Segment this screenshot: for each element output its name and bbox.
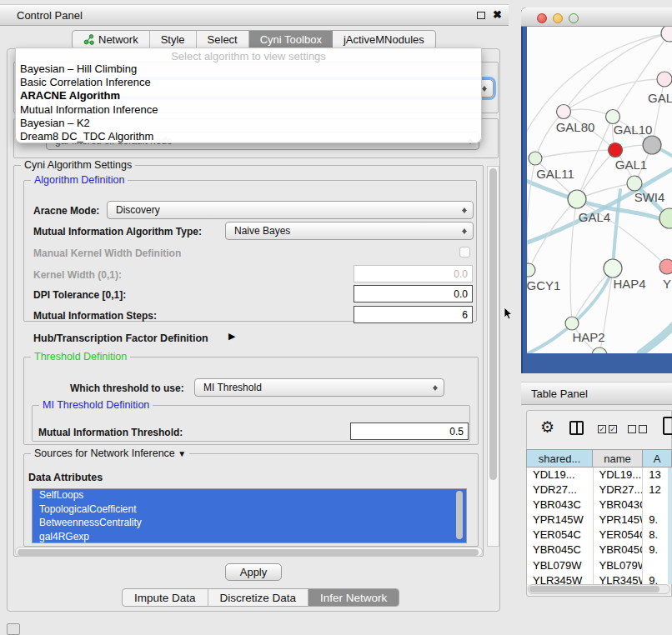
table-cell: YLR345W bbox=[527, 573, 594, 584]
settings-horizontal-scrollbar[interactable] bbox=[15, 547, 483, 557]
collapse-arrow-down-icon[interactable]: ▼ bbox=[178, 449, 186, 458]
table-cell: YPR145W bbox=[594, 512, 644, 528]
zoom-traffic-light[interactable] bbox=[569, 13, 579, 23]
checked-checkbox-icon[interactable]: ✓ bbox=[598, 425, 606, 433]
tab-style[interactable]: Style bbox=[150, 31, 197, 48]
unchecked-checkbox-icon[interactable] bbox=[628, 425, 636, 433]
network-window-titlebar[interactable] bbox=[521, 8, 672, 27]
hub-section-label[interactable]: Hub/Transcription Factor Definition bbox=[33, 332, 208, 344]
table-cell: YPR145W bbox=[527, 512, 594, 528]
close-panel-icon[interactable]: ✖ bbox=[493, 8, 502, 21]
network-node[interactable] bbox=[661, 27, 672, 42]
float-window-icon[interactable] bbox=[477, 12, 485, 19]
dropdown-item[interactable]: ARACNE Algorithm bbox=[16, 89, 481, 102]
network-node-label: GAL10 bbox=[614, 122, 653, 137]
tab-discretize-data[interactable]: Discretize Data bbox=[208, 589, 309, 606]
dropdown-placeholder: Select algorithm to view settings bbox=[16, 48, 481, 62]
mi-threshold-label: Mutual Information Threshold: bbox=[38, 427, 183, 438]
network-node-hap2[interactable] bbox=[565, 317, 579, 330]
mi-type-combobox[interactable]: Naive Bayes bbox=[225, 222, 474, 240]
tab-label: jActiveMNodules bbox=[344, 33, 424, 46]
network-node-y[interactable] bbox=[659, 259, 672, 274]
dropdown-item[interactable]: Dream8 DC_TDC Algorithm bbox=[16, 130, 481, 143]
mi-threshold-field[interactable]: 0.5 bbox=[350, 422, 469, 440]
network-view-window[interactable]: GALGAL80GAL10GAL1GAL11SWI4GAL4GCY1HAP4YH… bbox=[521, 8, 672, 373]
network-node-hap4[interactable] bbox=[604, 259, 622, 278]
network-node-gal80[interactable] bbox=[557, 105, 571, 119]
network-node-gal11[interactable] bbox=[529, 152, 542, 165]
column-header[interactable]: name bbox=[593, 449, 643, 468]
dropdown-item[interactable]: Bayesian – K2 bbox=[16, 117, 481, 130]
tab-select[interactable]: Select bbox=[197, 31, 249, 48]
table-right-column-sliver bbox=[668, 468, 672, 584]
table-cell: YBR043C bbox=[594, 498, 644, 512]
network-node-gal10[interactable] bbox=[606, 110, 620, 124]
apply-button[interactable]: Apply bbox=[225, 563, 282, 581]
table-row[interactable]: YER054CYER054C8. bbox=[527, 528, 672, 542]
attribute-item-selected[interactable]: SelfLoops bbox=[33, 489, 466, 503]
aracne-mode-label: Aracne Mode: bbox=[33, 205, 99, 217]
tab-label: Select bbox=[208, 33, 238, 46]
unchecked-checkbox-icon[interactable] bbox=[639, 425, 647, 433]
table-row[interactable]: YDR27...YDR27...12 bbox=[527, 482, 672, 498]
cyni-bottom-tabbar: Impute DataDiscretize DataInfer Network bbox=[122, 588, 399, 607]
column-header[interactable]: A bbox=[643, 449, 672, 468]
table-row[interactable]: YDL19...YDL19...13 bbox=[527, 468, 672, 482]
which-threshold-combobox[interactable]: MI Threshold bbox=[194, 378, 444, 397]
algorithm-dropdown-menu: Select algorithm to view settings Bayesi… bbox=[15, 48, 482, 143]
manual-kernel-checkbox[interactable] bbox=[459, 247, 470, 258]
tab-cyni-toolbox[interactable]: Cyni Toolbox bbox=[249, 31, 333, 48]
mi-threshold-title: MI Threshold Definition bbox=[39, 399, 153, 411]
checked-checkbox-icon[interactable]: ✓ bbox=[609, 425, 617, 433]
network-node[interactable] bbox=[643, 136, 661, 154]
tab-network[interactable]: Network bbox=[73, 31, 150, 48]
dropdown-item[interactable]: Basic Correlation Inference bbox=[16, 76, 481, 89]
gear-icon[interactable]: ⚙ bbox=[540, 418, 554, 437]
network-canvas[interactable]: GALGAL80GAL10GAL1GAL11SWI4GAL4GCY1HAP4YH… bbox=[527, 27, 672, 353]
dock-panel-icon[interactable] bbox=[7, 623, 20, 635]
table-cell: YER054C bbox=[594, 528, 644, 542]
kernel-width-field[interactable]: 0.0 bbox=[354, 265, 473, 282]
control-panel-title: Control Panel bbox=[17, 9, 83, 22]
combo-arrows-icon bbox=[460, 203, 469, 217]
mi-steps-field[interactable]: 6 bbox=[354, 306, 473, 323]
column-layout-icon[interactable] bbox=[569, 421, 584, 435]
table-row[interactable]: YLR345WYLR345W9. bbox=[527, 573, 672, 584]
dropdown-item[interactable]: Mutual Information Inference bbox=[16, 103, 481, 117]
table-row[interactable]: YBR043CYBR043C bbox=[527, 498, 672, 512]
attribute-item-selected[interactable]: gal4RGexp bbox=[33, 531, 466, 544]
dropdown-item[interactable]: Bayesian – Hill Climbing bbox=[16, 62, 481, 76]
which-threshold-value: MI Threshold bbox=[203, 382, 262, 393]
settings-vertical-scrollbar[interactable] bbox=[487, 166, 499, 547]
collapse-arrow-right-icon[interactable]: ▶ bbox=[228, 331, 235, 342]
table-row[interactable]: YBR045CYBR045C9. bbox=[527, 542, 672, 558]
network-node-gal1[interactable] bbox=[609, 143, 623, 158]
network-node[interactable] bbox=[592, 348, 607, 353]
file-icon[interactable] bbox=[663, 417, 672, 435]
network-node-label: HAP4 bbox=[613, 277, 645, 291]
mi-type-value: Naive Bayes bbox=[234, 225, 290, 237]
column-header[interactable]: shared... bbox=[526, 449, 593, 468]
cyni-settings-title: Cyni Algorithm Settings bbox=[21, 159, 135, 171]
attribute-item-selected[interactable]: BetweennessCentrality bbox=[33, 517, 466, 531]
table-horizontal-scrollbar[interactable] bbox=[528, 584, 670, 594]
dpi-tolerance-field[interactable]: 0.0 bbox=[354, 285, 473, 302]
attribute-item-selected[interactable]: TopologicalCoefficient bbox=[33, 503, 466, 518]
tab-jactivemnodules[interactable]: jActiveMNodules bbox=[333, 31, 435, 48]
minimize-traffic-light[interactable] bbox=[553, 13, 563, 23]
tab-infer-network[interactable]: Infer Network bbox=[308, 589, 399, 606]
attributes-scrollbar[interactable] bbox=[455, 490, 464, 542]
table-cell: YER054C bbox=[527, 528, 594, 542]
close-traffic-light[interactable] bbox=[537, 13, 547, 23]
network-node-gcy1[interactable] bbox=[527, 263, 535, 277]
tab-label: Cyni Toolbox bbox=[260, 33, 322, 46]
table-row[interactable]: YPR145WYPR145W9. bbox=[527, 512, 672, 528]
network-node-gal[interactable] bbox=[657, 72, 672, 87]
data-attributes-list[interactable]: SelfLoopsTopologicalCoefficientBetweenne… bbox=[32, 488, 467, 543]
dropdown-item-list: Bayesian – Hill ClimbingBasic Correlatio… bbox=[16, 62, 481, 143]
network-node-gal4[interactable] bbox=[568, 190, 586, 208]
network-node-swi4[interactable] bbox=[627, 176, 642, 191]
table-row[interactable]: YBL079WYBL079W bbox=[527, 558, 672, 573]
aracne-mode-combobox[interactable]: Discovery bbox=[107, 201, 474, 219]
tab-impute-data[interactable]: Impute Data bbox=[123, 589, 208, 606]
